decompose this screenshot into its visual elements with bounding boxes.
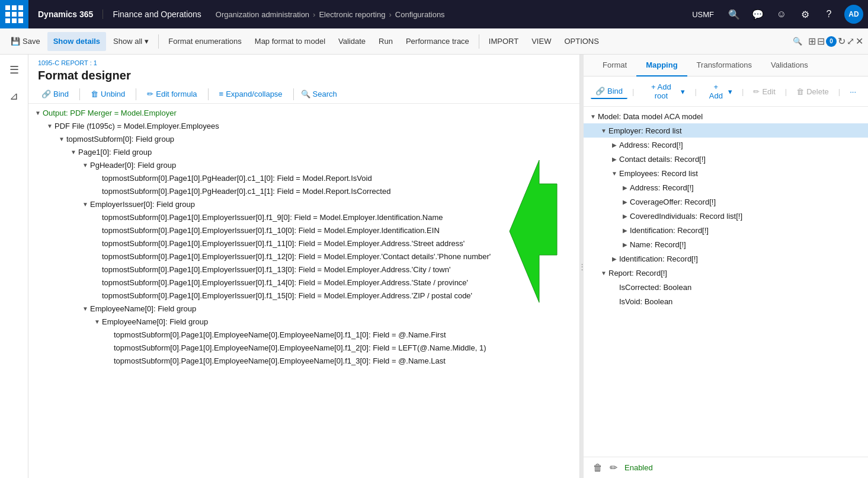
map-format-button[interactable]: Map format to model xyxy=(249,32,331,51)
bind-button[interactable]: 🔗 Bind xyxy=(38,87,72,101)
close-icon[interactable]: ✕ xyxy=(856,36,863,47)
tree-node[interactable]: topmostSubform[0].Page1[0].PgHeader[0].c… xyxy=(28,171,579,184)
tree-node[interactable]: ▼ EmployeeName[0]: Field group xyxy=(28,302,579,315)
rp-toggle[interactable]: ▼ xyxy=(599,268,608,278)
settings-icon[interactable]: ⚙ xyxy=(795,4,816,25)
rp-node[interactable]: ▶ Identification: Record[!] xyxy=(584,223,868,237)
rp-toggle[interactable]: ▼ xyxy=(599,126,608,135)
filter-icon[interactable]: ⊿ xyxy=(4,85,25,107)
tree-node[interactable]: ▼ Page1[0]: Field group xyxy=(28,145,579,158)
tree-node[interactable]: topmostSubform[0].Page1[0].EmployeeName[… xyxy=(28,354,579,367)
rp-toggle[interactable]: ▼ xyxy=(588,111,598,121)
rp-toggle[interactable]: ▶ xyxy=(620,197,630,206)
chat-icon[interactable]: 💬 xyxy=(747,4,768,25)
tree-toggle[interactable] xyxy=(92,173,102,183)
tree-toggle[interactable] xyxy=(92,278,102,287)
footer-edit-icon[interactable]: ✏ xyxy=(610,462,617,473)
tree-toggle[interactable] xyxy=(104,330,114,339)
run-button[interactable]: Run xyxy=(373,32,399,51)
tree-toggle[interactable]: ▼ xyxy=(92,317,102,326)
tree-toggle[interactable] xyxy=(92,251,102,261)
rp-delete-button[interactable]: 🗑 Delete xyxy=(792,85,834,98)
rp-node[interactable]: IsVoid: Boolean xyxy=(584,294,868,308)
rp-toggle[interactable]: ▶ xyxy=(620,211,630,221)
tree-node[interactable]: ▼ Output: PDF Merger = Model.Employer xyxy=(28,106,579,119)
search-button[interactable]: 🔍 Search xyxy=(301,90,337,98)
tree-node[interactable]: topmostSubform[0].Page1[0].EmployerIssue… xyxy=(28,263,579,276)
rp-tab-validations[interactable]: Validations xyxy=(761,55,818,77)
rp-node[interactable]: ▶ Identification: Record[!] xyxy=(584,251,868,266)
footer-delete-icon[interactable]: 🗑 xyxy=(593,463,603,473)
rp-tab-mapping[interactable]: Mapping xyxy=(636,55,687,77)
rp-node[interactable]: ▼ Report: Record[!] xyxy=(584,266,868,280)
tree-node[interactable]: topmostSubform[0].Page1[0].EmployeeName[… xyxy=(28,341,579,354)
tree-toggle[interactable]: ▼ xyxy=(57,134,66,144)
tree-toggle[interactable]: ▼ xyxy=(81,199,90,209)
smiley-icon[interactable]: ☺ xyxy=(771,4,792,25)
breadcrumb-org[interactable]: Organization administration xyxy=(216,10,309,19)
rp-toggle[interactable]: ▶ xyxy=(620,225,630,235)
windows-icon[interactable]: ⊟ xyxy=(817,36,825,47)
unbind-button[interactable]: 🗑 Unbind xyxy=(87,87,129,101)
rp-tab-format[interactable]: Format xyxy=(593,55,636,77)
rp-node[interactable]: ▶ CoverageOffer: Record[!] xyxy=(584,195,868,209)
tree-node[interactable]: topmostSubform[0].Page1[0].EmployerIssue… xyxy=(28,250,579,263)
rp-toggle[interactable]: ▶ xyxy=(620,240,630,249)
rp-node[interactable]: ▶ CoveredIndividuals: Record list[!] xyxy=(584,209,868,223)
rp-tab-transformations[interactable]: Transformations xyxy=(687,55,761,77)
rp-toggle[interactable] xyxy=(610,282,619,292)
tree-toggle[interactable]: ▼ xyxy=(81,160,90,170)
tree-node[interactable]: topmostSubform[0].Page1[0].EmployerIssue… xyxy=(28,237,579,250)
performance-trace-button[interactable]: Performance trace xyxy=(400,32,475,51)
tree-node[interactable]: topmostSubform[0].Page1[0].PgHeader[0].c… xyxy=(28,184,579,197)
tree-toggle[interactable] xyxy=(92,212,102,222)
tree-node[interactable]: ▼ topmostSubform[0]: Field group xyxy=(28,132,579,145)
rp-node[interactable]: ▼ Model: Data model ACA model xyxy=(584,109,868,123)
rp-bind-button[interactable]: 🔗 Bind xyxy=(591,84,627,99)
validate-button[interactable]: Validate xyxy=(332,32,371,51)
tree-toggle[interactable] xyxy=(92,225,102,235)
toolbar-search-icon[interactable]: 🔍 xyxy=(788,32,807,51)
tree-toggle[interactable]: ▼ xyxy=(69,147,78,157)
rp-toggle[interactable]: ▼ xyxy=(610,168,619,178)
save-button[interactable]: 💾 Save xyxy=(5,32,46,51)
breadcrumb-config[interactable]: Configurations xyxy=(395,10,445,19)
view-button[interactable]: VIEW xyxy=(526,32,557,51)
hamburger-icon[interactable]: ☰ xyxy=(4,59,25,81)
rp-more-button[interactable]: ··· xyxy=(845,85,861,98)
panel-resizer[interactable] xyxy=(580,55,584,478)
grid-icon[interactable]: ⊞ xyxy=(808,36,816,47)
rp-add-root-button[interactable]: + Add root ▾ xyxy=(639,80,690,103)
tree-node[interactable]: ▼ EmployeeName[0]: Field group xyxy=(28,315,579,328)
tree-toggle[interactable] xyxy=(92,291,102,300)
edit-formula-button[interactable]: ✏ Edit formula xyxy=(143,87,200,101)
tree-toggle[interactable]: ▼ xyxy=(81,304,90,313)
rp-toggle[interactable]: ▶ xyxy=(620,183,630,192)
notification-badge[interactable]: 0 xyxy=(826,36,837,47)
rp-node[interactable]: ▶ Contact details: Record[!] xyxy=(584,152,868,166)
rp-node[interactable]: ▶ Address: Record[!] xyxy=(584,138,868,152)
tree-toggle[interactable]: ▼ xyxy=(45,121,55,130)
import-button[interactable]: IMPORT xyxy=(483,32,524,51)
tree-toggle[interactable] xyxy=(104,343,114,352)
tree-node[interactable]: ▼ PgHeader[0]: Field group xyxy=(28,158,579,171)
tree-node[interactable]: topmostSubform[0].Page1[0].EmployerIssue… xyxy=(28,289,579,302)
rp-node[interactable]: IsCorrected: Boolean xyxy=(584,280,868,294)
rp-add-button[interactable]: + Add ▾ xyxy=(702,80,737,103)
tree-toggle[interactable] xyxy=(92,238,102,248)
rp-node[interactable]: ▼ Employer: Record list xyxy=(584,123,868,138)
expand-icon[interactable]: ⤢ xyxy=(847,36,854,47)
show-details-button[interactable]: Show details xyxy=(47,32,106,51)
rp-edit-button[interactable]: ✏ Edit xyxy=(748,85,780,98)
search-icon-top[interactable]: 🔍 xyxy=(723,4,745,25)
format-tree[interactable]: ▼ Output: PDF Merger = Model.Employer ▼ … xyxy=(28,104,579,478)
tree-node[interactable]: topmostSubform[0].Page1[0].EmployerIssue… xyxy=(28,276,579,289)
tree-node[interactable]: ▼ EmployerIssuer[0]: Field group xyxy=(28,197,579,211)
help-icon[interactable]: ? xyxy=(818,4,840,25)
breadcrumb-er[interactable]: Electronic reporting xyxy=(319,10,385,19)
apps-button[interactable] xyxy=(0,0,28,28)
refresh-icon[interactable]: ↻ xyxy=(838,36,845,47)
tree-toggle[interactable] xyxy=(92,265,102,274)
avatar[interactable]: AD xyxy=(844,5,863,24)
tree-toggle[interactable] xyxy=(104,356,114,365)
